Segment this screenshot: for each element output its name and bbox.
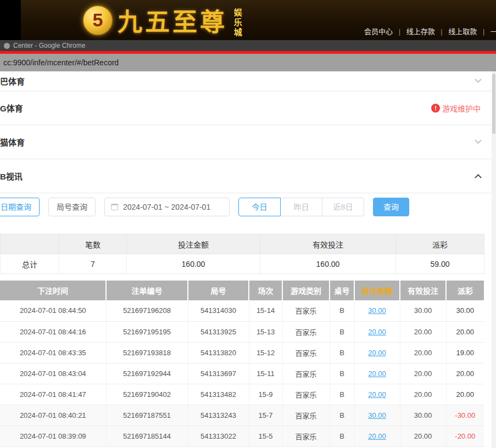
cell-order-number: 521697193818 bbox=[106, 342, 188, 363]
cell-bet-amount: 20.00 bbox=[354, 321, 400, 342]
cell-round-number: 541314030 bbox=[188, 300, 249, 321]
cell-round-number: 541313243 bbox=[188, 405, 249, 425]
cell-table-number: B bbox=[330, 363, 354, 384]
url-text[interactable]: cc:9900/infe/mcenter/#/betRecord bbox=[3, 58, 119, 67]
alert-icon: ! bbox=[431, 104, 440, 113]
accordion-section-saba-sports[interactable]: 巴体育 bbox=[0, 71, 496, 91]
bet-amount-link[interactable]: 20.00 bbox=[368, 432, 386, 440]
round-query-button[interactable]: 局号查询 bbox=[48, 198, 96, 216]
maintenance-badge: ! 游戏维护中 bbox=[431, 103, 481, 114]
cell-bet-time: 2024-07-01 08:40:21 bbox=[0, 405, 106, 425]
payout-value: 20.00 bbox=[456, 328, 474, 336]
today-button[interactable]: 今日 bbox=[238, 198, 281, 216]
cell-payout: -30.00 bbox=[446, 405, 484, 425]
banner-nav: 会员中心 | 线上存款 | 线上取款 | 一键 bbox=[364, 26, 496, 36]
chevron-down-icon bbox=[475, 137, 482, 144]
window-title: Center - Google Chrome bbox=[13, 42, 85, 49]
summary-header-row: 笔数 投注金额 有效投注 派彩 bbox=[1, 234, 484, 254]
section-label: 巴体育 bbox=[0, 75, 25, 87]
nav-quick[interactable]: 一键 bbox=[491, 27, 496, 36]
cell-game-type: 百家乐 bbox=[282, 300, 330, 321]
chevron-down-icon bbox=[475, 76, 482, 83]
yesterday-button[interactable]: 昨日 bbox=[280, 198, 322, 216]
cell-session: 15-12 bbox=[249, 342, 282, 363]
page-scrollbar[interactable] bbox=[492, 71, 496, 448]
header-session: 场次 bbox=[249, 281, 282, 300]
cell-order-number: 521697187551 bbox=[106, 405, 188, 425]
nav-online-withdraw[interactable]: 线上取款 bbox=[448, 27, 477, 36]
cell-game-type: 百家乐 bbox=[282, 425, 330, 446]
cell-table-number: B bbox=[330, 321, 354, 342]
cell-session: 15-14 bbox=[249, 300, 282, 321]
cell-table-number: B bbox=[330, 384, 354, 405]
cell-payout: 20.00 bbox=[446, 363, 484, 384]
cell-bet-amount: 20.00 bbox=[354, 342, 400, 363]
summary-table: 笔数 投注金额 有效投注 派彩 总计 7 160.00 160.00 59.00 bbox=[0, 234, 484, 274]
quick-range-group: 今日 昨日 近8日 bbox=[238, 198, 364, 216]
cell-session: 15-13 bbox=[249, 321, 282, 342]
cell-payout: 20.00 bbox=[446, 384, 484, 405]
last-8-days-button[interactable]: 近8日 bbox=[322, 198, 364, 216]
search-button[interactable]: 查询 bbox=[373, 198, 409, 216]
coin-logo-icon: 5 bbox=[82, 5, 113, 36]
accordion-section-b-live[interactable]: B视讯 bbox=[0, 159, 496, 193]
payout-value: -30.00 bbox=[455, 411, 475, 419]
browser-addressbar[interactable]: cc:9900/infe/mcenter/#/betRecord bbox=[0, 54, 496, 71]
header-bet-time: 下注时间 bbox=[0, 281, 106, 300]
site-title: 九五至尊 bbox=[118, 2, 227, 38]
bet-amount-link[interactable]: 30.00 bbox=[368, 306, 386, 315]
summary-total-row: 总计 7 160.00 160.00 59.00 bbox=[1, 254, 484, 274]
bet-row: 2024-07-01 08:39:09 521697185144 5413130… bbox=[0, 425, 484, 446]
date-range-value: 2024-07-01 ~ 2024-07-01 bbox=[123, 203, 210, 211]
nav-separator: | bbox=[399, 27, 400, 36]
summary-total-label: 总计 bbox=[1, 254, 59, 274]
cell-valid-bet: 20.00 bbox=[400, 384, 446, 405]
header-table-number: 桌号 bbox=[330, 281, 354, 300]
summary-total-payout: 59.00 bbox=[396, 254, 484, 274]
summary-total-bet: 160.00 bbox=[127, 254, 260, 274]
bet-amount-link[interactable]: 20.00 bbox=[368, 328, 386, 336]
cell-bet-amount: 20.00 bbox=[354, 363, 400, 384]
cell-order-number: 521697190402 bbox=[106, 384, 188, 405]
summary-header-valid: 有效投注 bbox=[260, 234, 396, 254]
nav-member-center[interactable]: 会员中心 bbox=[364, 27, 393, 36]
cell-table-number: B bbox=[330, 405, 354, 425]
cell-bet-time: 2024-07-01 08:43:35 bbox=[0, 342, 106, 363]
cell-payout: 30.00 bbox=[446, 300, 484, 321]
cell-bet-time: 2024-07-01 08:43:04 bbox=[0, 363, 106, 384]
cell-bet-amount: 20.00 bbox=[354, 384, 400, 405]
cell-session: 15-9 bbox=[249, 384, 282, 405]
date-query-button[interactable]: 日期查询 bbox=[0, 198, 40, 216]
date-range-input[interactable]: 2024-07-01 ~ 2024-07-01 bbox=[104, 198, 230, 216]
payout-value: 20.00 bbox=[456, 390, 474, 399]
bet-amount-link[interactable]: 20.00 bbox=[368, 390, 386, 399]
bet-record-page: 巴体育 G体育 ! 游戏维护中 猫体育 B视讯 日期查询 局号查询 2024-0… bbox=[0, 71, 496, 448]
payout-value: 20.00 bbox=[456, 369, 474, 378]
scrollbar-thumb[interactable] bbox=[492, 74, 495, 134]
bet-record-table: 下注时间 注单编号 局号 场次 游戏类别 桌号 投注金额 有效投注 派彩 202… bbox=[0, 281, 484, 447]
bet-amount-link[interactable]: 30.00 bbox=[368, 411, 386, 419]
bet-row: 2024-07-01 08:43:04 521697192944 5413136… bbox=[0, 363, 484, 384]
summary-header-bet: 投注金额 bbox=[127, 234, 260, 254]
cell-valid-bet: 20.00 bbox=[400, 425, 446, 446]
header-bet-amount: 投注金额 bbox=[354, 281, 400, 300]
bet-amount-link[interactable]: 20.00 bbox=[368, 369, 386, 378]
maintenance-text: 游戏维护中 bbox=[442, 103, 481, 114]
cell-bet-time: 2024-07-01 08:41:47 bbox=[0, 384, 106, 405]
nav-separator: | bbox=[483, 27, 484, 36]
bet-amount-link[interactable]: 20.00 bbox=[368, 349, 386, 357]
cell-bet-amount: 30.00 bbox=[354, 405, 400, 425]
accordion-section-cat-sports[interactable]: 猫体育 bbox=[0, 125, 496, 159]
header-order-number: 注单编号 bbox=[106, 281, 188, 300]
cell-bet-time: 2024-07-01 08:44:16 bbox=[0, 321, 106, 342]
cell-order-number: 521697196208 bbox=[106, 300, 188, 321]
nav-online-deposit[interactable]: 线上存款 bbox=[406, 27, 435, 36]
summary-header-payout: 派彩 bbox=[396, 234, 484, 254]
cell-game-type: 百家乐 bbox=[282, 384, 330, 405]
cell-session: 15-7 bbox=[249, 405, 282, 425]
cell-table-number: B bbox=[330, 425, 354, 446]
site-logo: 5 九五至尊 娱乐城 bbox=[82, 2, 242, 38]
bet-row: 2024-07-01 08:40:21 521697187551 5413132… bbox=[0, 405, 484, 425]
accordion-section-g-sports[interactable]: G体育 ! 游戏维护中 bbox=[0, 91, 496, 125]
bet-table-header-row: 下注时间 注单编号 局号 场次 游戏类别 桌号 投注金额 有效投注 派彩 bbox=[0, 281, 484, 300]
